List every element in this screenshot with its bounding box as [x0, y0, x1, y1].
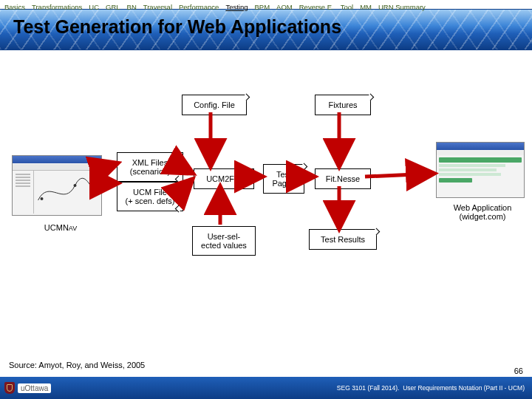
nav-aom[interactable]: AOM: [276, 3, 293, 11]
nav-performance[interactable]: Performance: [179, 3, 219, 11]
uottawa-logo: uOttawa: [4, 382, 51, 394]
nav-testing[interactable]: Testing: [225, 3, 248, 11]
nav-tool[interactable]: Tool: [341, 3, 353, 11]
nav-basics[interactable]: Basics: [4, 3, 25, 11]
svg-line-13: [102, 164, 115, 168]
nav-bn[interactable]: BN: [127, 3, 137, 11]
node-xml-files: XML Files (scenarios): [117, 152, 183, 182]
node-ucm-file: UCM File (+ scen. defs): [117, 182, 183, 211]
page-title: Test Generation for Web Applications: [13, 16, 341, 38]
source-citation: Source: Amyot, Roy, and Weiss, 2005: [9, 361, 145, 369]
nav-uc[interactable]: UC: [89, 3, 99, 11]
ucmnav-screenshot: [12, 155, 102, 216]
ucmnav-label: UCMNAV: [34, 220, 87, 235]
svg-point-0: [41, 197, 44, 200]
footer-bar: uOttawa SEG 3101 (Fall 2014). User Requi…: [0, 377, 532, 399]
nav-grl[interactable]: GRL: [106, 3, 120, 11]
nav-traversal[interactable]: Traversal: [143, 3, 172, 11]
node-test-results: Test Results: [309, 229, 377, 250]
nav-transformations[interactable]: Transformations: [32, 3, 82, 11]
node-fitnesse: Fit.Nesse: [315, 168, 371, 189]
node-fixtures: Fixtures: [315, 95, 371, 115]
nav-bpm[interactable]: BPM: [255, 3, 270, 11]
node-test-pages: Test Pages: [263, 164, 304, 194]
footer-subtitle: User Requirements Notation (Part II - UC…: [403, 384, 525, 392]
nav-urn-summary[interactable]: URN Summary: [378, 3, 426, 11]
webapp-screenshot: [436, 142, 525, 198]
nav-reverse-e[interactable]: Reverse E.: [299, 3, 334, 11]
node-config-file: Config. File: [182, 95, 247, 115]
footer-course: SEG 3101 (Fall 2014): [337, 384, 398, 392]
uottawa-text: uOttawa: [18, 383, 51, 393]
webapp-label: Web Application (widget.com): [437, 200, 528, 225]
nav-mm[interactable]: MM: [360, 3, 372, 11]
svg-line-9: [365, 174, 432, 177]
node-ucm2fit: UCM2FIT: [194, 168, 254, 189]
page-number: 66: [514, 366, 523, 375]
node-user-selected: User-sel- ected values: [192, 226, 256, 256]
svg-point-2: [94, 190, 97, 193]
shield-icon: [4, 382, 15, 394]
diagram-stage: UCMNAV Web Application (widget.com) Conf…: [0, 52, 532, 362]
top-nav: Basics Transformations UC GRL BN Travers…: [0, 0, 532, 13]
svg-point-1: [74, 184, 77, 187]
